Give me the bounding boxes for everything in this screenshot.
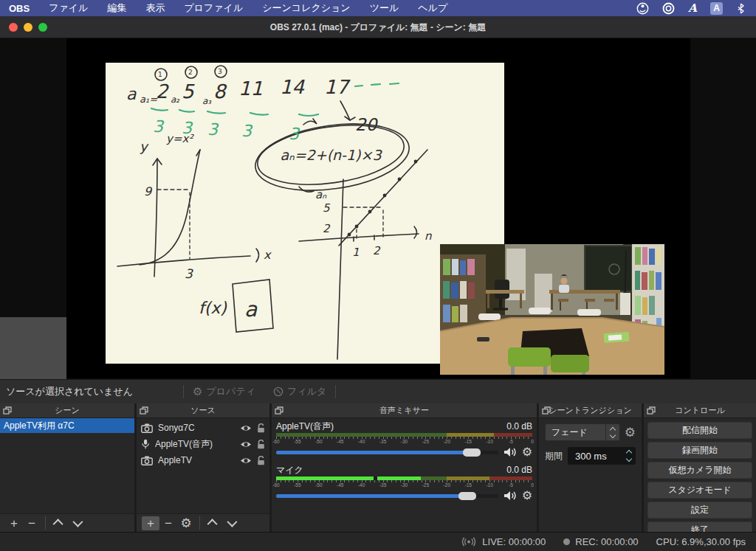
remove-source-button[interactable]: − [159, 516, 177, 530]
source-row-appletv-audio[interactable]: AppleTV(音声) [137, 436, 269, 452]
mixer-panel-header[interactable]: 音声ミキサー [272, 403, 537, 418]
svg-text:aₙ=2+(n-1)×3: aₙ=2+(n-1)×3 [281, 147, 383, 163]
start-recording-button[interactable]: 録画開始 [647, 442, 752, 459]
visibility-eye-icon[interactable] [240, 440, 252, 448]
visibility-eye-icon[interactable] [240, 457, 252, 465]
rec-dot-icon [563, 538, 570, 545]
live-time: LIVE: 00:00:00 [482, 536, 546, 547]
svg-text:2: 2 [373, 244, 381, 257]
svg-text:f(x): f(x) [199, 299, 227, 317]
controls-panel: コントロール 配信開始 録画開始 仮想カメラ開始 スタジオモード 設定 終了 [644, 403, 756, 532]
window-title: OBS 27.0.1 (mac) - プロファイル: 無題 - シーン: 無題 [0, 16, 756, 38]
menu-edit[interactable]: 編集 [107, 1, 126, 15]
svg-text:a: a [244, 297, 258, 322]
svg-text:5: 5 [323, 201, 331, 215]
transition-select-stepper[interactable] [605, 424, 619, 440]
menu-view[interactable]: 表示 [145, 1, 165, 15]
video-canvas[interactable]: 1 2 3 a a₁= 2 a₂ 5 a₃ 8 11 14 17 20 y y=… [66, 38, 690, 378]
popout-icon [647, 406, 656, 415]
camera-source-icon [141, 423, 153, 433]
lock-icon[interactable] [257, 456, 265, 465]
start-streaming-button[interactable]: 配信開始 [647, 422, 752, 439]
svg-text:3: 3 [207, 120, 219, 139]
svg-text:n: n [425, 229, 432, 243]
camera-pip [440, 244, 664, 375]
lock-icon[interactable] [257, 440, 265, 449]
mixer-channel-mic: マイク 0.0 dB -60-55 -50-45 [276, 464, 532, 502]
move-scene-up-button[interactable] [50, 516, 68, 530]
svg-text:a₃: a₃ [202, 96, 212, 106]
menu-obs[interactable]: OBS [9, 3, 30, 14]
source-row-sony-a7c[interactable]: Sonyα7C [137, 420, 269, 436]
svg-text:y: y [140, 139, 149, 154]
speaker-icon[interactable] [504, 491, 517, 501]
add-source-button[interactable]: + [142, 516, 159, 530]
popout-icon [275, 406, 284, 415]
volume-slider[interactable] [276, 448, 498, 457]
lock-icon[interactable] [257, 423, 265, 433]
properties-button[interactable]: ⚙ プロパティ [184, 385, 264, 398]
remove-scene-button[interactable]: − [23, 516, 41, 530]
cpu-fps-stats: CPU: 6.9%,30.00 fps [656, 536, 746, 547]
svg-text:1: 1 [352, 246, 360, 259]
menu-file[interactable]: ファイル [49, 1, 88, 15]
record-target-icon[interactable] [662, 2, 675, 15]
duration-spinner[interactable] [622, 451, 636, 461]
studio-mode-button[interactable]: スタジオモード [647, 482, 752, 499]
channel-settings-gear-icon[interactable]: ⚙ [522, 490, 532, 502]
menu-scene-collection[interactable]: シーンコレクション [262, 1, 350, 15]
channel-db-value: 0.0 dB [506, 465, 532, 475]
duration-input[interactable]: 300 ms [568, 447, 636, 465]
svg-text:2: 2 [323, 222, 331, 235]
sources-panel: ソース Sonyα7C AppleTV(音声) AppleTV [137, 403, 269, 532]
channel-settings-gear-icon[interactable]: ⚙ [522, 446, 532, 458]
svg-text:2: 2 [188, 69, 193, 76]
speaker-icon[interactable] [504, 447, 517, 457]
obs-logo-icon[interactable] [636, 2, 649, 15]
scenes-panel-header[interactable]: シーン [0, 403, 134, 418]
preview-area[interactable]: 1 2 3 a a₁= 2 a₂ 5 a₃ 8 11 14 17 20 y y=… [0, 38, 756, 379]
menu-help[interactable]: ヘルプ [418, 1, 447, 15]
transition-select[interactable]: フェード [545, 423, 620, 441]
scene-list-item-selected[interactable]: AppleTV利用 α7C [0, 418, 134, 433]
add-scene-button[interactable]: + [5, 516, 23, 530]
svg-text:3: 3 [182, 119, 193, 137]
duration-label: 期間 [545, 450, 563, 462]
camera-source-icon [141, 456, 153, 465]
window-titlebar: OBS 27.0.1 (mac) - プロファイル: 無題 - シーン: 無題 [0, 16, 756, 38]
move-source-up-button[interactable] [205, 516, 222, 530]
dock-panels: シーン AppleTV利用 α7C + − ソース Sony [0, 403, 756, 532]
filters-button[interactable]: フィルタ [264, 385, 335, 398]
scene-transitions-panel: シーントランジション フェード ⚙ 期間 300 ms [539, 403, 642, 532]
sources-toolbar: + − ⚙ [137, 513, 269, 532]
svg-text:a: a [126, 85, 137, 103]
svg-text:9: 9 [144, 184, 153, 198]
alfred-icon[interactable]: A [688, 1, 697, 15]
source-properties-button[interactable]: ⚙ [177, 516, 195, 530]
menu-tools[interactable]: ツール [370, 1, 399, 15]
svg-text:3: 3 [153, 117, 165, 136]
transitions-panel-header[interactable]: シーントランジション [539, 403, 642, 418]
menu-profile[interactable]: プロファイル [184, 1, 243, 15]
controls-panel-header[interactable]: コントロール [644, 403, 756, 418]
svg-text:17: 17 [324, 76, 351, 98]
start-virtual-camera-button[interactable]: 仮想カメラ開始 [647, 462, 752, 479]
svg-text:aₙ: aₙ [315, 188, 327, 201]
filter-icon [273, 387, 284, 397]
input-source-icon[interactable]: A [710, 2, 723, 15]
move-source-down-button[interactable] [222, 516, 240, 530]
move-scene-down-button[interactable] [68, 516, 86, 530]
svg-text:3: 3 [185, 266, 193, 281]
bluetooth-icon[interactable] [736, 3, 746, 14]
popout-icon [3, 406, 12, 415]
scenes-toolbar: + − [0, 513, 134, 532]
svg-text:5: 5 [182, 80, 195, 103]
transition-settings-gear-icon[interactable]: ⚙ [625, 426, 636, 439]
sources-panel-header[interactable]: ソース [137, 403, 269, 418]
volume-slider[interactable] [276, 491, 498, 500]
source-row-appletv[interactable]: AppleTV [137, 452, 269, 468]
visibility-eye-icon[interactable] [240, 424, 252, 432]
settings-button[interactable]: 設定 [647, 502, 752, 519]
svg-text:3: 3 [241, 122, 253, 140]
channel-db-value: 0.0 dB [506, 421, 532, 432]
